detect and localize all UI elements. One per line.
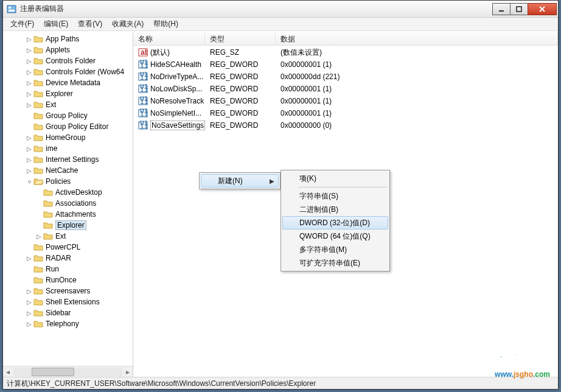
tree-expander-icon[interactable] <box>35 199 43 208</box>
list-row[interactable]: 011110NoDriveTypeA...REG_DWORD0x000000dd… <box>133 71 558 83</box>
tree-item[interactable]: ▷Explorer <box>3 88 133 99</box>
tree-item[interactable]: ▷Ext <box>3 231 133 242</box>
tree-expander-icon[interactable]: ▷ <box>25 254 33 262</box>
cell-type: REG_DWORD <box>205 97 276 105</box>
tree-item[interactable]: ▷HomeGroup <box>3 132 133 143</box>
tree-item[interactable]: ▷Screensavers <box>3 285 133 296</box>
folder-icon <box>33 320 43 328</box>
tree-item[interactable]: ▷App Paths <box>3 33 133 44</box>
tree-item[interactable]: Run <box>3 264 133 275</box>
tree-item[interactable]: Explorer <box>3 220 133 231</box>
tree-expander-icon[interactable]: ▷ <box>25 144 33 153</box>
context-item[interactable]: 二进制值(B) <box>282 203 388 216</box>
tree-item[interactable]: ▷NetCache <box>3 165 133 176</box>
tree-item[interactable]: ▷Controls Folder <box>3 55 133 66</box>
tree-item[interactable]: ▷Device Metadata <box>3 77 133 88</box>
tree-expander-icon[interactable]: ▷ <box>25 35 33 43</box>
scroll-left-icon[interactable]: ◂ <box>3 367 13 377</box>
list-row[interactable]: 011110NoLowDiskSp...REG_DWORD0x00000001 … <box>133 83 558 95</box>
tree-expander-icon[interactable]: ▷ <box>25 46 33 54</box>
context-item-new[interactable]: 新建(N) ▶ <box>201 174 279 187</box>
list-row[interactable]: 011110HideSCAHealthREG_DWORD0x00000001 (… <box>133 58 558 71</box>
context-item[interactable]: 可扩充字符串值(E) <box>282 256 388 270</box>
folder-icon <box>33 298 43 306</box>
list-row[interactable]: 011110NoSaveSettingsREG_DWORD0x00000000 … <box>133 119 558 131</box>
titlebar[interactable]: 注册表编辑器 <box>3 1 558 18</box>
scroll-track[interactable] <box>13 368 122 376</box>
tree-item-label: Group Policy <box>46 111 88 120</box>
list-rows[interactable]: ab(默认)REG_SZ(数值未设置)011110HideSCAHealthRE… <box>133 46 558 132</box>
tree-item[interactable]: Attachments <box>3 209 133 220</box>
cell-type: REG_SZ <box>205 48 276 57</box>
tree-expander-icon[interactable] <box>35 221 43 229</box>
tree-expander-icon[interactable]: ▷ <box>25 79 33 87</box>
reg-value-icon: 011110 <box>138 84 148 94</box>
scroll-right-icon[interactable]: ▸ <box>123 367 133 377</box>
tree-item[interactable]: RunOnce <box>3 275 133 285</box>
menu-view[interactable]: 查看(V) <box>73 18 107 30</box>
tree-item[interactable]: ▷Ext <box>3 99 133 110</box>
close-button[interactable] <box>528 3 557 15</box>
list-row[interactable]: 011110NoSimpleNetI...REG_DWORD0x00000001… <box>133 107 558 119</box>
tree-item[interactable]: Group Policy <box>3 110 133 121</box>
tree-expander-icon[interactable]: ▷ <box>25 133 33 142</box>
tree-expander-icon[interactable]: ▷ <box>25 309 33 317</box>
tree-expander-icon[interactable] <box>35 210 43 219</box>
tree-expander-icon[interactable]: ▷ <box>25 68 33 76</box>
menu-help[interactable]: 帮助(H) <box>148 18 183 30</box>
menu-file[interactable]: 文件(F) <box>5 18 39 30</box>
context-item-label: 多字符串值(M) <box>299 245 347 255</box>
menu-favorites[interactable]: 收藏夹(A) <box>107 18 148 30</box>
tree-expander-icon[interactable]: ▷ <box>25 155 33 164</box>
context-item[interactable]: 字符串值(S) <box>282 189 388 203</box>
statusbar: 计算机\HKEY_CURRENT_USER\Software\Microsoft… <box>3 377 558 389</box>
tree-expander-icon[interactable] <box>25 122 33 131</box>
column-header-name[interactable]: 名称 <box>133 32 205 45</box>
tree-expander-icon[interactable] <box>25 276 33 284</box>
tree-expander-icon[interactable] <box>35 188 43 197</box>
reg-value-icon: 011110 <box>138 108 148 118</box>
column-header-data[interactable]: 数据 <box>276 32 558 45</box>
tree-expander-icon[interactable]: ▷ <box>25 166 33 175</box>
tree-item-label: Internet Settings <box>46 155 99 164</box>
context-item[interactable]: 项(K) <box>282 172 388 185</box>
scroll-thumb[interactable] <box>32 368 74 376</box>
tree-item[interactable]: ▷Sidebar <box>3 307 133 318</box>
tree-item[interactable]: Associations <box>3 198 133 209</box>
list-row[interactable]: 011110NoResolveTrackREG_DWORD0x00000001 … <box>133 95 558 107</box>
context-item[interactable]: DWORD (32-位)值(D) <box>282 216 388 229</box>
tree-expander-icon[interactable] <box>25 111 33 120</box>
tree-item[interactable]: ▷Internet Settings <box>3 154 133 165</box>
tree-item-label: RunOnce <box>46 276 77 284</box>
tree-expander-icon[interactable]: ▷ <box>25 89 33 98</box>
menubar: 文件(F) 编辑(E) 查看(V) 收藏夹(A) 帮助(H) <box>3 18 558 31</box>
minimize-button[interactable] <box>492 3 510 15</box>
list-row[interactable]: ab(默认)REG_SZ(数值未设置) <box>133 46 558 58</box>
tree-item[interactable]: ▷ime <box>3 143 133 154</box>
tree-hscrollbar[interactable]: ◂ ▸ <box>3 366 133 377</box>
tree-expander-icon[interactable]: ▷ <box>25 298 33 306</box>
tree-item[interactable]: ▷RADAR <box>3 253 133 264</box>
tree-expander-icon[interactable] <box>25 243 33 251</box>
column-header-type[interactable]: 类型 <box>205 32 276 45</box>
maximize-button[interactable] <box>510 3 528 15</box>
tree-item[interactable]: ▿Policies <box>3 176 133 187</box>
tree-item[interactable]: ActiveDesktop <box>3 187 133 198</box>
menu-edit[interactable]: 编辑(E) <box>39 18 73 30</box>
context-item[interactable]: 多字符串值(M) <box>282 243 388 256</box>
tree-item[interactable]: Group Policy Editor <box>3 121 133 132</box>
tree-expander-icon[interactable]: ▷ <box>25 320 33 328</box>
tree-item[interactable]: ▷Applets <box>3 44 133 55</box>
tree-expander-icon[interactable] <box>25 265 33 273</box>
tree-item[interactable]: ▷Telephony <box>3 318 133 329</box>
tree-expander-icon[interactable]: ▷ <box>25 57 33 65</box>
tree-expander-icon[interactable]: ▿ <box>25 177 33 186</box>
tree-scroll[interactable]: ▷App Paths▷Applets▷Controls Folder▷Contr… <box>3 32 133 366</box>
tree-expander-icon[interactable]: ▷ <box>35 232 43 240</box>
tree-item[interactable]: PowerCPL <box>3 242 133 253</box>
tree-item[interactable]: ▷Shell Extensions <box>3 296 133 307</box>
context-item[interactable]: QWORD (64 位)值(Q) <box>282 229 388 243</box>
tree-item[interactable]: ▷Controls Folder (Wow64 <box>3 66 133 77</box>
tree-expander-icon[interactable]: ▷ <box>25 287 33 295</box>
tree-expander-icon[interactable]: ▷ <box>25 100 33 109</box>
